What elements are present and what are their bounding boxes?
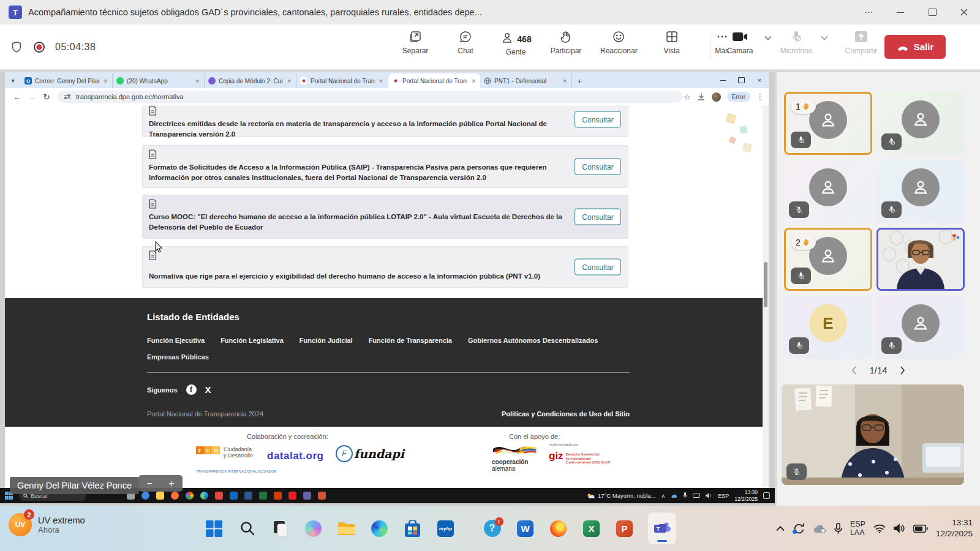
battery-icon[interactable] bbox=[913, 525, 928, 533]
react-button[interactable]: Reaccionar bbox=[600, 29, 638, 56]
window-minimize-button[interactable] bbox=[884, 0, 916, 24]
participant-tile[interactable]: E bbox=[784, 296, 872, 359]
microsoft-store-button[interactable] bbox=[403, 519, 422, 538]
tab-correo[interactable]: O Correo: Genny Del Pilar Vélez P × bbox=[21, 73, 113, 88]
participant-tile[interactable] bbox=[876, 296, 965, 359]
back-icon[interactable]: ← bbox=[10, 92, 24, 102]
leave-button[interactable]: Salir bbox=[884, 35, 946, 59]
shared-weather-widget[interactable]: 17°C Mayorm. nubla... bbox=[587, 492, 656, 499]
clock[interactable]: 13:31 12/2/2025 bbox=[936, 517, 973, 539]
task-view-button[interactable] bbox=[271, 519, 290, 538]
shared-taskbar-icon[interactable] bbox=[303, 492, 311, 500]
hp-support-button[interactable]: ?! bbox=[483, 519, 502, 538]
page-scrollbar[interactable] bbox=[763, 105, 769, 488]
footer-policies-link[interactable]: Políticas y Condiciones de Uso del Sitio bbox=[502, 410, 630, 418]
tab-close-icon[interactable]: × bbox=[194, 78, 200, 84]
shared-taskbar-icon[interactable] bbox=[141, 492, 149, 500]
copilot-button[interactable] bbox=[304, 519, 323, 538]
reload-icon[interactable]: ↻ bbox=[39, 92, 54, 102]
tab-portal-1[interactable]: ✱ Portal Nacional de Transparenc × bbox=[296, 73, 388, 88]
profile-avatar[interactable] bbox=[712, 92, 721, 102]
error-badge[interactable]: Error bbox=[727, 92, 750, 102]
word-button[interactable]: W bbox=[516, 519, 535, 538]
shared-language-indicator[interactable]: ESP bbox=[718, 493, 729, 499]
tab-close-icon[interactable]: × bbox=[102, 78, 108, 84]
browser-menu-kebab-icon[interactable]: ⋮ bbox=[756, 92, 764, 101]
shared-taskbar-icon[interactable] bbox=[318, 492, 326, 500]
edge-button[interactable] bbox=[370, 519, 389, 538]
teams-button[interactable]: T bbox=[648, 512, 676, 544]
tab-pnt1[interactable]: PNT1 - Defensorial × bbox=[480, 73, 572, 88]
shared-taskbar-icon[interactable] bbox=[259, 492, 267, 500]
onedrive-icon[interactable] bbox=[813, 524, 826, 533]
excel-button[interactable]: X bbox=[582, 519, 601, 538]
zoom-out-button[interactable]: − bbox=[146, 478, 152, 489]
forward-icon[interactable]: → bbox=[24, 92, 39, 102]
window-menu-dots-icon[interactable]: ⋯ bbox=[853, 0, 884, 24]
window-maximize-button[interactable] bbox=[916, 0, 948, 24]
chat-button[interactable]: Chat bbox=[450, 29, 481, 56]
participant-tile[interactable] bbox=[876, 92, 965, 155]
search-button[interactable] bbox=[238, 519, 257, 538]
consultar-button[interactable]: Consultar bbox=[575, 111, 621, 128]
mic-tray-icon[interactable] bbox=[834, 523, 842, 534]
page-prev-icon[interactable] bbox=[851, 365, 857, 375]
address-bar[interactable]: transparencia.dpe.gob.ec/normativa bbox=[58, 91, 682, 103]
volume-icon[interactable] bbox=[894, 523, 905, 533]
camera-options-chevron-icon[interactable] bbox=[764, 36, 772, 40]
firefox-button[interactable] bbox=[549, 519, 568, 538]
participant-tile[interactable]: 1 bbox=[784, 92, 872, 155]
download-icon[interactable] bbox=[697, 92, 706, 101]
tab-close-icon[interactable]: × bbox=[470, 78, 477, 84]
participant-tile[interactable] bbox=[876, 160, 965, 223]
share-button[interactable]: Compartir bbox=[843, 29, 880, 55]
page-next-icon[interactable] bbox=[900, 365, 906, 375]
myhp-button[interactable]: myhp bbox=[436, 519, 455, 538]
footer-link[interactable]: Función Ejecutiva bbox=[147, 337, 205, 344]
breakout-button[interactable]: Separar bbox=[399, 29, 431, 56]
participant-tile[interactable]: 2 bbox=[784, 228, 872, 291]
powerpoint-button[interactable]: P bbox=[615, 519, 634, 538]
people-button[interactable]: 468 Gente bbox=[500, 29, 532, 56]
shared-taskbar-icon[interactable] bbox=[171, 492, 179, 500]
consultar-button[interactable]: Consultar bbox=[575, 209, 621, 225]
site-settings-icon[interactable] bbox=[64, 93, 71, 100]
shared-clock[interactable]: 13:30 12/2/2025 bbox=[734, 489, 758, 502]
wifi-icon[interactable] bbox=[873, 524, 886, 533]
shared-taskbar-icon[interactable] bbox=[156, 492, 164, 500]
bookmark-star-icon[interactable]: ☆ bbox=[684, 92, 691, 102]
tab-whatsapp[interactable]: (20) WhatsApp × bbox=[113, 73, 205, 88]
mic-options-chevron-icon[interactable] bbox=[821, 36, 828, 40]
window-close-button[interactable] bbox=[948, 0, 980, 24]
browser-close-button[interactable]: × bbox=[750, 72, 769, 88]
footer-link[interactable]: Función Judicial bbox=[300, 337, 353, 344]
active-speaker-video-tile[interactable] bbox=[876, 228, 965, 291]
participant-tile[interactable] bbox=[784, 160, 872, 223]
shared-taskbar-icon[interactable] bbox=[244, 492, 252, 500]
shared-taskbar-icon[interactable] bbox=[274, 492, 282, 500]
facebook-icon[interactable]: f bbox=[186, 384, 197, 395]
consultar-button[interactable]: Consultar bbox=[575, 159, 621, 175]
view-button[interactable]: Vista bbox=[656, 29, 688, 56]
microphone-button[interactable]: Micrófono bbox=[778, 29, 815, 55]
shared-taskbar-icon[interactable] bbox=[215, 492, 223, 500]
tab-close-icon[interactable]: × bbox=[286, 78, 292, 84]
shared-tray-chevron-icon[interactable]: ∧ bbox=[662, 493, 666, 499]
language-indicator[interactable]: ESP LAA bbox=[850, 520, 865, 538]
shared-notification-icon[interactable] bbox=[763, 492, 770, 499]
self-video-tile[interactable] bbox=[782, 384, 964, 485]
tab-close-icon[interactable]: × bbox=[562, 78, 568, 84]
tab-close-icon[interactable]: × bbox=[378, 78, 384, 84]
tab-search-chevron-icon[interactable]: ▾ bbox=[5, 72, 21, 88]
shared-taskbar-icon[interactable] bbox=[200, 492, 208, 500]
zoom-in-button[interactable]: + bbox=[168, 478, 174, 489]
x-twitter-icon[interactable]: X bbox=[205, 384, 211, 395]
new-tab-button[interactable]: + bbox=[572, 73, 587, 88]
browser-minimize-button[interactable] bbox=[714, 72, 732, 88]
camera-button[interactable]: Cámara bbox=[722, 29, 758, 55]
consultar-button[interactable]: Consultar bbox=[575, 259, 621, 276]
start-button[interactable] bbox=[205, 519, 224, 538]
raise-hand-button[interactable]: Participar bbox=[550, 29, 582, 56]
footer-link[interactable]: Empresas Públicas bbox=[147, 353, 209, 361]
weather-widget[interactable]: UV 2 UV extremo Ahora bbox=[9, 513, 85, 536]
